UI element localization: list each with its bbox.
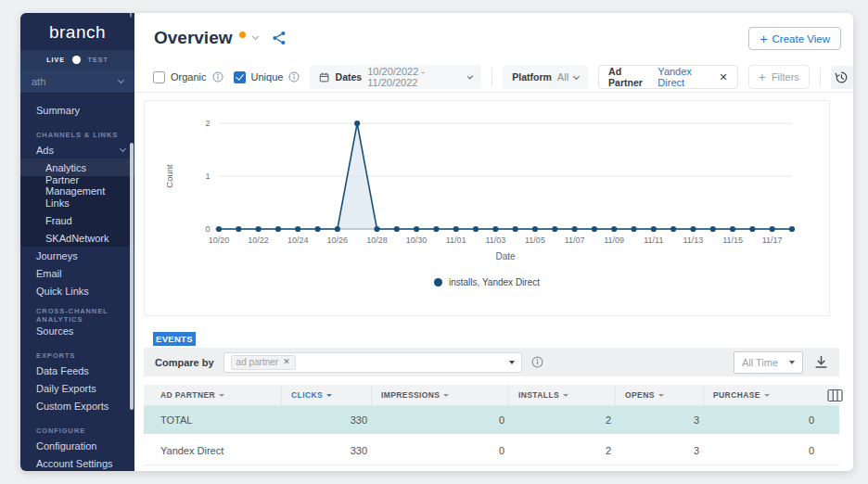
toggle-knob[interactable] xyxy=(72,56,81,64)
info-icon[interactable] xyxy=(212,71,223,83)
remove-filter-icon[interactable]: ✕ xyxy=(719,72,727,83)
x-tick-label: 11/11 xyxy=(644,236,663,245)
add-filters-button[interactable]: + Filters xyxy=(748,65,810,89)
column-header-clicks[interactable]: CLICKS xyxy=(281,385,371,405)
data-point[interactable] xyxy=(433,226,439,232)
data-point[interactable] xyxy=(275,226,281,232)
data-point[interactable] xyxy=(453,226,459,232)
legend-dot-icon xyxy=(434,278,442,287)
data-point[interactable] xyxy=(552,226,557,232)
data-point[interactable] xyxy=(690,226,696,232)
data-point[interactable] xyxy=(532,226,538,232)
sidebar-item-sources[interactable]: Sources xyxy=(20,322,134,339)
data-point[interactable] xyxy=(611,226,617,232)
download-icon[interactable] xyxy=(814,355,828,369)
unique-checkbox[interactable] xyxy=(234,71,246,83)
data-point[interactable] xyxy=(571,226,577,232)
sidebar-item-partner-management[interactable]: Partner Management xyxy=(20,176,134,194)
data-point[interactable] xyxy=(394,226,400,232)
sidebar-item-summary[interactable]: Summary xyxy=(20,101,134,119)
y-axis-label: Count xyxy=(164,164,174,188)
data-point[interactable] xyxy=(513,226,518,232)
sort-caret-icon xyxy=(563,394,568,397)
column-header-purchase[interactable]: PURCHASE xyxy=(703,385,818,405)
sidebar-item-journeys[interactable]: Journeys xyxy=(20,247,134,264)
chevron-down-icon[interactable] xyxy=(251,33,258,40)
x-tick-label: 10/30 xyxy=(406,236,428,245)
info-icon[interactable] xyxy=(288,71,300,83)
x-tick-label: 11/07 xyxy=(565,236,585,245)
data-point[interactable] xyxy=(492,226,498,232)
sidebar-item-skadnetwork[interactable]: SKAdNetwork xyxy=(20,229,134,247)
dates-value: 10/20/2022 - 11/20/2022 xyxy=(367,66,463,88)
sidebar-scrollbar[interactable] xyxy=(130,143,134,410)
organic-checkbox[interactable] xyxy=(153,71,165,83)
table-tools: All Time xyxy=(734,351,828,374)
column-header-installs[interactable]: INSTALLS xyxy=(508,385,615,405)
data-point[interactable] xyxy=(216,226,222,232)
data-point[interactable] xyxy=(789,226,795,232)
data-point[interactable] xyxy=(236,226,241,232)
info-icon[interactable] xyxy=(531,356,543,368)
sidebar-item-label: Account Settings xyxy=(36,458,113,469)
sidebar-item-quick-links[interactable]: Quick Links xyxy=(20,282,134,299)
data-point[interactable] xyxy=(730,226,735,232)
data-point[interactable] xyxy=(473,226,479,232)
environment-toggle[interactable]: LIVE TEST xyxy=(20,50,134,70)
sidebar-item-daily-exports[interactable]: Daily Exports xyxy=(20,379,134,397)
ad-partner-filter-chip[interactable]: Ad Partner Yandex Direct ✕ xyxy=(598,65,738,89)
data-point[interactable] xyxy=(335,226,340,232)
cell-value: 330 xyxy=(281,445,371,456)
compare-by-select[interactable]: ad partner ✕ xyxy=(223,352,522,373)
column-header-opens[interactable]: OPENS xyxy=(615,385,703,405)
share-icon[interactable] xyxy=(272,31,287,45)
compare-bar: Compare by ad partner ✕ All Time xyxy=(144,348,839,376)
sidebar-item-custom-exports[interactable]: Custom Exports xyxy=(20,397,134,414)
table-row-yandex-direct[interactable]: Yandex Direct3300230 xyxy=(144,437,839,465)
org-selector-value: ath xyxy=(32,76,45,87)
history-icon[interactable] xyxy=(831,66,853,89)
sidebar-item-account-settings[interactable]: Account Settings xyxy=(20,454,134,471)
data-point[interactable] xyxy=(314,226,320,232)
svg-text:0: 0 xyxy=(205,224,210,234)
data-point[interactable] xyxy=(670,226,676,232)
data-point[interactable] xyxy=(374,226,379,232)
data-point[interactable] xyxy=(592,226,597,232)
chart-card: 012Count10/2010/2210/2410/2610/2810/3011… xyxy=(144,100,830,316)
platform-label: Platform xyxy=(512,71,552,83)
sidebar-item-fraud[interactable]: Fraud xyxy=(20,211,134,229)
compare-tag: ad partner ✕ xyxy=(231,355,296,370)
column-settings-icon[interactable] xyxy=(818,385,850,405)
sidebar-item-label: Ads xyxy=(36,145,54,156)
data-point[interactable] xyxy=(710,226,716,232)
create-view-button[interactable]: + Create View xyxy=(748,27,841,50)
x-tick-label: 10/26 xyxy=(327,236,349,245)
data-point[interactable] xyxy=(414,226,419,232)
sidebar-item-configuration[interactable]: Configuration xyxy=(20,437,134,454)
sidebar-item-links[interactable]: Links xyxy=(20,194,134,211)
data-point[interactable] xyxy=(749,226,755,232)
data-point[interactable] xyxy=(354,121,360,126)
platform-filter-chip[interactable]: Platform All xyxy=(503,65,588,89)
organic-label: Organic xyxy=(171,71,207,83)
data-point[interactable] xyxy=(256,226,262,232)
x-tick-label: 11/15 xyxy=(722,236,743,245)
sidebar-item-ads[interactable]: Ads xyxy=(20,141,134,159)
data-point[interactable] xyxy=(770,226,775,232)
column-header-impressions[interactable]: IMPRESSIONS xyxy=(371,385,508,405)
sidebar-item-label: Analytics xyxy=(45,162,86,173)
sidebar-item-data-feeds[interactable]: Data Feeds xyxy=(20,362,134,379)
time-range-select[interactable]: All Time xyxy=(734,351,803,374)
column-header-ad-partner[interactable]: AD PARTNER xyxy=(144,385,281,405)
data-point[interactable] xyxy=(295,226,300,232)
data-point[interactable] xyxy=(631,226,636,232)
chart-legend[interactable]: installs, Yandex Direct xyxy=(145,277,829,287)
divider xyxy=(820,68,821,86)
dates-filter-chip[interactable]: Dates 10/20/2022 - 11/20/2022 xyxy=(310,65,481,89)
table-row-total[interactable]: TOTAL3300230 xyxy=(144,406,839,437)
sidebar-item-email[interactable]: Email xyxy=(20,264,134,282)
org-selector[interactable]: ath xyxy=(20,70,134,94)
sort-caret-icon xyxy=(764,394,770,397)
data-point[interactable] xyxy=(651,226,657,232)
remove-tag-icon[interactable]: ✕ xyxy=(283,358,290,366)
